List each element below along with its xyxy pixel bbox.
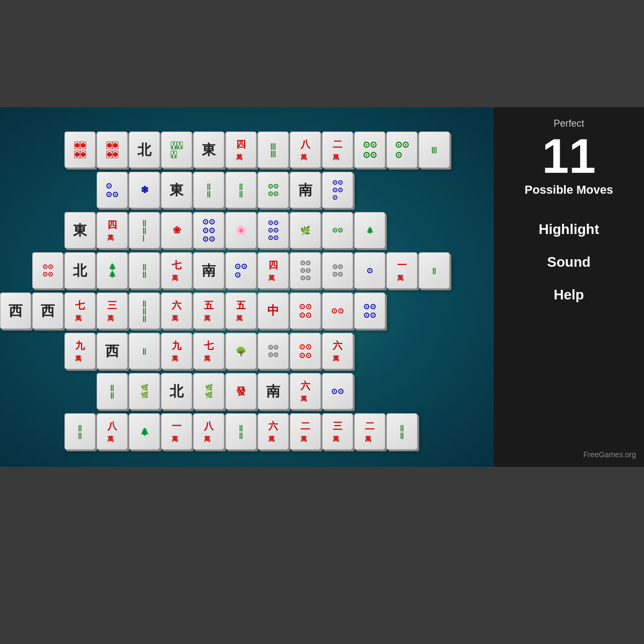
tile[interactable]: 🌸: [225, 212, 257, 248]
tile[interactable]: ⊙⊙: [322, 292, 353, 329]
tile[interactable]: 五萬: [225, 292, 257, 329]
tile[interactable]: 四萬: [97, 212, 128, 248]
tile[interactable]: 六萬: [290, 373, 321, 409]
tile[interactable]: 四萬: [225, 131, 257, 168]
tile[interactable]: ||||: [225, 413, 257, 450]
tile[interactable]: 一萬: [386, 252, 418, 289]
tile[interactable]: ||||||: [129, 292, 160, 329]
tile[interactable]: 西: [32, 292, 63, 329]
tile[interactable]: ||||: [386, 413, 418, 450]
tile[interactable]: ⊙: [354, 252, 385, 289]
sound-button[interactable]: Sound: [547, 254, 591, 270]
tile[interactable]: 🌲: [354, 212, 385, 248]
tile[interactable]: 六萬: [161, 292, 192, 329]
tile[interactable]: ⊙⊙: [322, 373, 353, 409]
tile[interactable]: |||: [419, 131, 450, 168]
tile[interactable]: 南: [193, 252, 224, 289]
possible-moves-label: Possible Moves: [524, 183, 613, 197]
help-button[interactable]: Help: [554, 287, 584, 303]
tile[interactable]: 八萬: [193, 413, 224, 450]
sidebar: Perfect 11 Possible Moves Highlight Soun…: [494, 107, 644, 467]
tile[interactable]: 🀙🀙🀙🀙: [64, 131, 96, 168]
moves-number: 11: [542, 132, 596, 180]
tile[interactable]: 南: [258, 373, 289, 409]
tile[interactable]: ❀: [161, 212, 192, 248]
tile[interactable]: 🀙🀙🀙🀙: [97, 131, 128, 168]
tile[interactable]: 七萬: [161, 252, 192, 289]
tile[interactable]: ⊙⊙⊙⊙: [290, 333, 321, 369]
tile[interactable]: 六萬: [322, 333, 353, 369]
tile[interactable]: ⊙⊙⊙: [386, 131, 418, 168]
tile[interactable]: ||||: [64, 413, 96, 450]
tile[interactable]: ||||: [225, 172, 257, 208]
tile[interactable]: ⊙⊙⊙⊙⊙⊙: [193, 212, 224, 248]
bottom-bar: [0, 467, 644, 644]
tile[interactable]: ⊙⊙⊙⊙: [290, 292, 321, 329]
tile[interactable]: 北: [161, 373, 192, 409]
tile[interactable]: 🌳: [225, 333, 257, 369]
tile[interactable]: 三萬: [97, 292, 128, 329]
tile[interactable]: ⊙⊙: [322, 212, 353, 248]
tile[interactable]: 二萬: [354, 413, 385, 450]
tile-grid: 🀙🀙🀙🀙 🀙🀙🀙🀙 北 🀒🀒🀒 東 四萬 |||||| 八萬 二萬 ⊙⊙⊙⊙ ⊙…: [32, 126, 462, 448]
highlight-button[interactable]: Highlight: [539, 221, 599, 238]
tile[interactable]: ||||||: [258, 131, 289, 168]
tile[interactable]: 🀒🀒🀒: [161, 131, 192, 168]
tile[interactable]: ||||: [129, 252, 160, 289]
tile[interactable]: 北: [64, 252, 96, 289]
tile[interactable]: ⊙⊙⊙⊙: [354, 131, 385, 168]
tile[interactable]: ||||: [193, 172, 224, 208]
perfect-label: Perfect: [553, 118, 584, 129]
tile[interactable]: 🌿: [290, 212, 321, 248]
tile[interactable]: 五萬: [193, 292, 224, 329]
tile[interactable]: 北: [129, 131, 160, 168]
tile[interactable]: ❄: [129, 172, 160, 208]
tile[interactable]: ⊙⊙⊙⊙: [258, 333, 289, 369]
tile[interactable]: ⊙⊙⊙⊙: [258, 172, 289, 208]
tile[interactable]: 三萬: [322, 413, 353, 450]
tile[interactable]: ||||: [97, 373, 128, 409]
tile[interactable]: 一萬: [161, 413, 192, 450]
tile[interactable]: 東: [193, 131, 224, 168]
tile[interactable]: 九萬: [64, 333, 96, 369]
tile[interactable]: 西: [97, 333, 128, 369]
tile[interactable]: 二萬: [322, 131, 353, 168]
main-area: 🀙🀙🀙🀙 🀙🀙🀙🀙 北 🀒🀒🀒 東 四萬 |||||| 八萬 二萬 ⊙⊙⊙⊙ ⊙…: [0, 107, 644, 467]
tile[interactable]: 🌿🌿: [129, 373, 160, 409]
tile[interactable]: ⊙⊙⊙⊙⊙: [322, 172, 353, 208]
tile[interactable]: 六萬: [258, 413, 289, 450]
tile[interactable]: 西: [0, 292, 31, 329]
tile[interactable]: ⊙⊙⊙⊙: [322, 252, 353, 289]
tile[interactable]: 九萬: [161, 333, 192, 369]
tile[interactable]: ⊙⊙⊙⊙⊙⊙: [290, 252, 321, 289]
tile[interactable]: ⊙⊙⊙: [225, 252, 257, 289]
game-board[interactable]: 🀙🀙🀙🀙 🀙🀙🀙🀙 北 🀒🀒🀒 東 四萬 |||||| 八萬 二萬 ⊙⊙⊙⊙ ⊙…: [0, 107, 494, 467]
tile[interactable]: 東: [161, 172, 192, 208]
tile[interactable]: 二萬: [290, 413, 321, 450]
tile[interactable]: |||||: [129, 212, 160, 248]
tile[interactable]: 七萬: [64, 292, 96, 329]
tile[interactable]: 南: [290, 172, 321, 208]
tile[interactable]: ⊙⊙⊙⊙: [354, 292, 385, 329]
tile[interactable]: 八萬: [290, 131, 321, 168]
tile[interactable]: ⊙⊙⊙⊙⊙⊙: [258, 212, 289, 248]
tile[interactable]: 🌲: [129, 413, 160, 450]
tile[interactable]: 發: [225, 373, 257, 409]
tile[interactable]: 東: [64, 212, 96, 248]
tile[interactable]: 七萬: [193, 333, 224, 369]
tile[interactable]: ⊙⊙⊙⊙: [32, 252, 63, 289]
tile[interactable]: 🌿🌿: [193, 373, 224, 409]
tile[interactable]: 中: [258, 292, 289, 329]
top-bar: [0, 0, 644, 107]
tile[interactable]: 🌲🌲: [97, 252, 128, 289]
tile[interactable]: ||: [129, 333, 160, 369]
tile[interactable]: 八萬: [97, 413, 128, 450]
tile[interactable]: 四萬: [258, 252, 289, 289]
tile[interactable]: ⊙⊙⊙: [97, 172, 128, 208]
freegames-label: FreeGames.org: [583, 450, 636, 459]
tile[interactable]: ||: [419, 252, 450, 289]
